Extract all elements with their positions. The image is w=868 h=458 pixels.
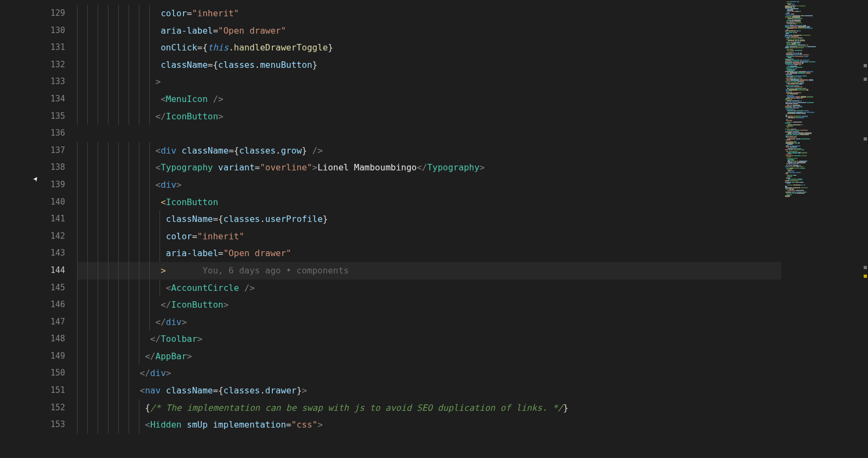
code-line[interactable]: > You, 6 days ago • components [77, 262, 781, 279]
line-number[interactable]: 153 [37, 416, 65, 434]
code-line[interactable]: color="inherit" [77, 5, 781, 22]
line-number[interactable]: 140 [37, 194, 65, 211]
code-line[interactable]: <AccountCircle /> [77, 279, 781, 297]
line-number[interactable]: 148 [37, 330, 65, 348]
line-number[interactable]: 139 [37, 176, 65, 194]
minimap[interactable] [781, 0, 868, 458]
code-line[interactable]: aria-label="Open drawer" [77, 22, 781, 40]
code-area[interactable]: color="inherit" aria-label="Open drawer"… [77, 0, 781, 458]
overview-ruler-mark [864, 266, 867, 269]
code-line[interactable]: </IconButton> [77, 108, 781, 125]
line-number[interactable]: 131 [37, 39, 65, 56]
code-line[interactable]: </div> [77, 365, 781, 382]
line-number[interactable]: 137 [37, 142, 65, 160]
line-number[interactable]: 136 [37, 125, 65, 142]
line-number[interactable]: 151 [37, 382, 65, 399]
line-number[interactable]: 129 [37, 5, 65, 22]
line-number[interactable]: 146 [37, 296, 65, 314]
line-number[interactable]: 133 [37, 73, 65, 91]
line-number[interactable]: 147 [37, 314, 65, 331]
code-line[interactable]: </IconButton> [77, 296, 781, 314]
line-number[interactable]: 130 [37, 22, 65, 40]
overview-ruler[interactable] [860, 0, 868, 458]
code-line[interactable]: <Hidden smUp implementation="css"> [77, 416, 781, 434]
overview-ruler-mark [864, 137, 867, 141]
line-number[interactable]: 132 [37, 56, 65, 74]
line-number[interactable]: 152 [37, 399, 65, 417]
code-line[interactable]: aria-label="Open drawer" [77, 245, 781, 262]
overview-ruler-mark [864, 64, 867, 67]
code-line[interactable]: onClick={this.handleDrawerToggle} [77, 39, 781, 56]
line-number[interactable]: 138 [37, 159, 65, 176]
code-line[interactable]: {/* The implementation can be swap with … [77, 399, 781, 417]
line-number[interactable]: 149 [37, 348, 65, 365]
code-line[interactable]: <div className={classes.grow} /> [77, 142, 781, 160]
line-number[interactable]: 135 [37, 108, 65, 125]
code-line[interactable]: <div> [77, 176, 781, 194]
code-line[interactable]: </AppBar> [77, 348, 781, 365]
line-number-gutter[interactable]: 1291301311321331341351361371381391401411… [37, 0, 77, 458]
code-line[interactable]: color="inherit" [77, 228, 781, 245]
code-line[interactable]: <Typography variant="overline">Lionel Ma… [77, 159, 781, 176]
code-line[interactable]: </div> [77, 314, 781, 331]
line-number[interactable]: 150 [37, 365, 65, 382]
code-line[interactable]: <nav className={classes.drawer}> [77, 382, 781, 399]
code-line[interactable] [77, 125, 781, 142]
code-line[interactable]: className={classes.menuButton} [77, 56, 781, 74]
line-number[interactable]: 142 [37, 228, 65, 245]
code-line[interactable]: <MenuIcon /> [77, 91, 781, 108]
line-number[interactable]: 145 [37, 279, 65, 297]
line-number[interactable]: 143 [37, 245, 65, 262]
minimap-canvas [781, 0, 868, 198]
code-line[interactable]: className={classes.userProfile} [77, 211, 781, 228]
overview-ruler-mark [864, 78, 867, 81]
left-gutter-margin [0, 0, 37, 458]
line-number[interactable]: 141 [37, 211, 65, 228]
code-line[interactable]: > [77, 73, 781, 91]
code-editor[interactable]: 1291301311321331341351361371381391401411… [0, 0, 781, 458]
code-line[interactable]: <IconButton [77, 194, 781, 211]
line-number[interactable]: 144 [37, 262, 65, 279]
line-number[interactable]: 134 [37, 91, 65, 108]
overview-ruler-mark [864, 275, 867, 278]
code-line[interactable]: </Toolbar> [77, 330, 781, 348]
